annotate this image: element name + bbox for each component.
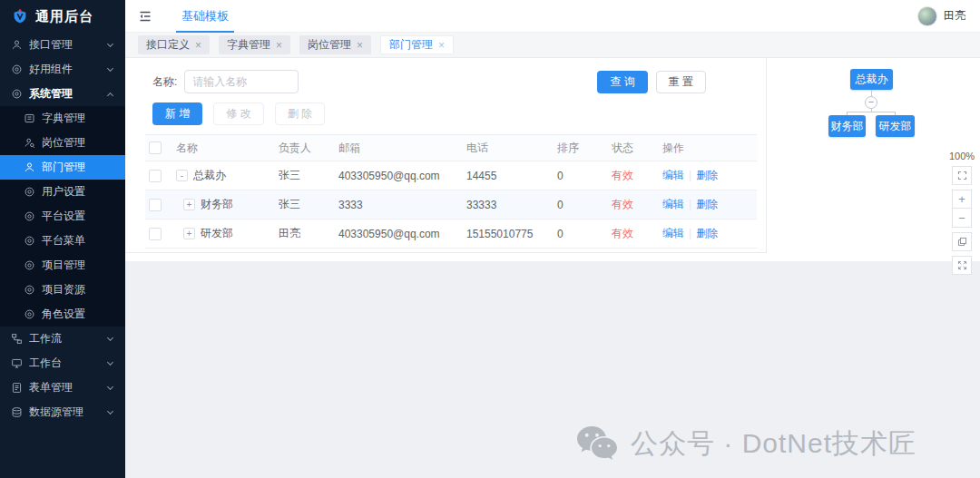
sidebar-item-user-settings[interactable]: 用户设置 — [0, 180, 125, 204]
close-icon[interactable]: × — [438, 40, 445, 51]
col-header-actions: 操作 — [659, 135, 757, 161]
tab-api-definition[interactable]: 接口定义 × — [138, 35, 210, 54]
tab-label: 接口定义 — [146, 37, 190, 53]
delete-link[interactable]: 删除 — [696, 198, 718, 210]
close-icon[interactable]: × — [276, 40, 282, 51]
sidebar-item-label: 工作台 — [29, 356, 108, 371]
gear-icon — [24, 284, 35, 296]
edit-button[interactable]: 修 改 — [213, 102, 263, 125]
search-button[interactable]: 查 询 — [597, 71, 647, 93]
sidebar-item-components[interactable]: 好用组件 — [0, 57, 125, 82]
status-badge: 有效 — [608, 161, 659, 190]
select-all-checkbox[interactable] — [149, 141, 162, 154]
row-checkbox[interactable] — [149, 170, 162, 182]
delete-link[interactable]: 删除 — [696, 227, 718, 239]
top-navbar: 基础模板 田亮 — [125, 0, 980, 33]
org-node-finance[interactable]: 财务部 — [828, 115, 866, 137]
avatar[interactable] — [917, 6, 937, 26]
row-checkbox[interactable] — [149, 199, 162, 211]
zoom-out-button[interactable]: − — [952, 209, 972, 228]
gear-icon — [24, 308, 35, 320]
name-field-label: 名称: — [152, 74, 177, 90]
tab-department-management[interactable]: 部门管理 × — [380, 35, 454, 54]
sidebar-item-datasource-management[interactable]: 数据源管理 — [0, 400, 125, 424]
zoom-in-button[interactable]: + — [952, 190, 972, 209]
link-divider: | — [689, 227, 691, 239]
org-connector — [847, 112, 896, 112]
app-title: 通用后台 — [35, 8, 93, 25]
department-table: 名称 负责人 邮箱 电话 排序 状态 操作 -总裁办 — [145, 134, 757, 249]
cell-email: 403305950@qq.com — [335, 219, 463, 249]
col-header-sort: 排序 — [554, 135, 608, 161]
sidebar-item-workflow[interactable]: 工作流 — [0, 327, 125, 351]
fullscreen-icon — [956, 259, 968, 271]
close-icon[interactable]: × — [357, 40, 363, 51]
flow-icon — [11, 333, 23, 345]
name-input[interactable] — [184, 70, 299, 93]
app-logo: 通用后台 — [0, 0, 125, 33]
delete-link[interactable]: 删除 — [696, 169, 718, 181]
person-icon — [11, 39, 23, 51]
expand-row-icon[interactable]: + — [183, 199, 195, 210]
expand-row-icon[interactable]: + — [183, 228, 195, 239]
sidebar-item-label: 好用组件 — [29, 62, 108, 77]
fit-view-button[interactable] — [952, 166, 972, 185]
tab-dict-management[interactable]: 字典管理 × — [219, 35, 290, 54]
watermark-text: 公众号 · DotNet技术匠 — [631, 425, 916, 463]
sidebar-item-role-settings[interactable]: 角色设置 — [0, 302, 125, 327]
table-row[interactable]: +研发部 田亮 403305950@qq.com 15155010775 0 有… — [145, 219, 757, 249]
tab-label: 部门管理 — [389, 37, 433, 53]
wechat-icon — [575, 424, 619, 463]
sidebar-item-department-management[interactable]: 部门管理 — [0, 155, 125, 180]
tab-label: 岗位管理 — [308, 37, 351, 53]
edit-link[interactable]: 编辑 — [662, 169, 684, 181]
sidebar-item-label: 部门管理 — [42, 160, 114, 175]
fullscreen-button[interactable] — [952, 256, 972, 275]
col-header-email: 邮箱 — [335, 135, 463, 161]
gear-icon — [24, 186, 35, 198]
nav-tab-base-template[interactable]: 基础模板 — [176, 0, 234, 33]
reset-button[interactable]: 重 置 — [656, 71, 706, 93]
sidebar-item-system-management[interactable]: 系统管理 — [0, 82, 125, 106]
add-button[interactable]: 新 增 — [152, 102, 202, 125]
tab-post-management[interactable]: 岗位管理 × — [299, 35, 371, 54]
chevron-up-icon — [107, 92, 113, 98]
form-icon — [11, 382, 23, 394]
collapse-row-icon[interactable]: - — [176, 170, 188, 181]
col-header-phone: 电话 — [463, 135, 554, 161]
chevron-down-icon — [107, 408, 113, 415]
chevron-down-icon — [107, 335, 113, 341]
sidebar-item-post-management[interactable]: 岗位管理 — [0, 131, 125, 155]
cell-phone: 15155010775 — [463, 219, 554, 249]
delete-button[interactable]: 删 除 — [275, 102, 325, 125]
sidebar-item-platform-settings[interactable]: 平台设置 — [0, 204, 125, 229]
org-node-root[interactable]: 总裁办 — [850, 69, 893, 90]
sidebar-item-platform-menu[interactable]: 平台菜单 — [0, 229, 125, 253]
close-icon[interactable]: × — [195, 40, 201, 51]
main-content: 名称: 查 询 重 置 新 增 修 改 删 除 — [125, 58, 980, 478]
book-icon — [24, 112, 35, 124]
sidebar-item-label: 岗位管理 — [42, 135, 114, 151]
table-row[interactable]: +财务部 张三 3333 33333 0 有效 编辑|删除 — [145, 190, 757, 219]
status-badge: 有效 — [608, 190, 659, 219]
sidebar-item-form-management[interactable]: 表单管理 — [0, 376, 125, 400]
row-checkbox[interactable] — [149, 228, 162, 240]
sidebar-item-label: 工作流 — [29, 331, 108, 346]
org-zoom-controls: 100% + − — [952, 151, 972, 275]
sidebar-item-workbench[interactable]: 工作台 — [0, 351, 125, 376]
table-row[interactable]: -总裁办 张三 403305950@qq.com 14455 0 有效 编辑|删… — [145, 161, 757, 190]
tag-bar: 接口定义 × 字典管理 × 岗位管理 × 部门管理 × — [125, 33, 980, 58]
table-header-row: 名称 负责人 邮箱 电话 排序 状态 操作 — [145, 135, 757, 161]
component-icon — [11, 63, 23, 75]
sidebar-item-dict-management[interactable]: 字典管理 — [0, 106, 125, 131]
sidebar-collapse-icon[interactable] — [138, 9, 152, 24]
org-collapse-icon[interactable]: − — [865, 96, 877, 109]
sidebar-item-api-management[interactable]: 接口管理 — [0, 33, 125, 57]
minimap-button[interactable] — [952, 232, 972, 251]
chevron-down-icon — [107, 65, 113, 72]
org-node-rnd[interactable]: 研发部 — [876, 115, 915, 137]
edit-link[interactable]: 编辑 — [662, 227, 684, 239]
sidebar-item-project-resources[interactable]: 项目资源 — [0, 278, 125, 302]
sidebar-item-project-management[interactable]: 项目管理 — [0, 253, 125, 278]
edit-link[interactable]: 编辑 — [662, 198, 684, 210]
